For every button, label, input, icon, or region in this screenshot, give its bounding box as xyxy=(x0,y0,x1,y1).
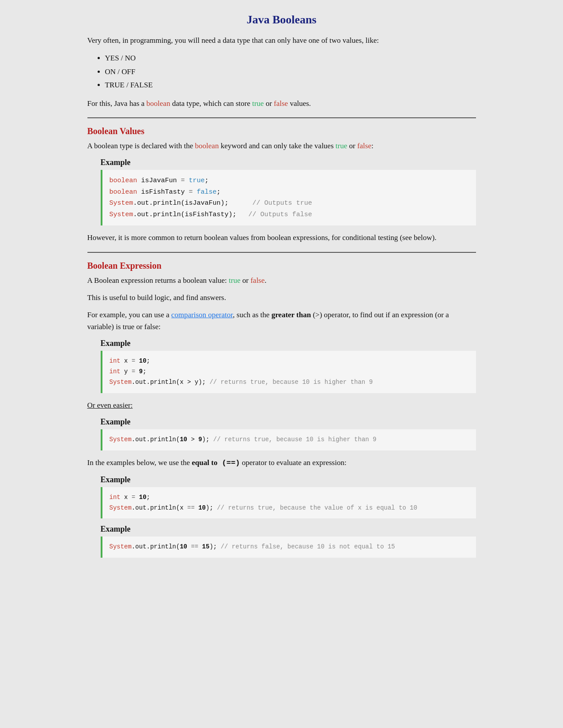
section-title-boolean-values: Boolean Values xyxy=(87,126,476,136)
equal-to-paragraph: In the examples below, we use the equal … xyxy=(87,457,476,469)
list-item: YES / NO xyxy=(105,52,476,65)
true-keyword-3: true xyxy=(229,276,240,285)
bool-expr-desc3: For example, you can use a comparison op… xyxy=(87,309,476,333)
or-easier-label: Or even easier: xyxy=(87,399,476,411)
equal-to-operator: (==) xyxy=(217,459,240,467)
true-keyword-inline: true xyxy=(252,99,264,108)
false-keyword-inline: false xyxy=(274,99,288,108)
intro-paragraph: Very often, in programming, you will nee… xyxy=(87,34,476,46)
false-keyword-3: false xyxy=(250,276,264,285)
divider-2 xyxy=(87,252,476,253)
code-block-5: System.out.println(10 == 15); // returns… xyxy=(101,537,476,558)
example-label-1: Example xyxy=(101,158,476,167)
example-label-5: Example xyxy=(101,525,476,534)
boolean-keyword-inline: boolean xyxy=(147,99,170,108)
code-block-3: System.out.println(10 > 9); // returns t… xyxy=(101,429,476,450)
code-block-2: int x = 10; int y = 9; System.out.printl… xyxy=(101,351,476,393)
example-label-4: Example xyxy=(101,475,476,484)
true-keyword-2: true xyxy=(336,142,347,150)
code-block-1: boolean isJavaFun = true; boolean isFish… xyxy=(101,170,476,225)
for-this-paragraph: For this, Java has a boolean data type, … xyxy=(87,98,476,109)
boolean-keyword-2: boolean xyxy=(195,142,219,150)
greater-than-bold: greater than xyxy=(272,311,311,319)
example-label-3: Example xyxy=(101,417,476,427)
boolean-values-after: However, it is more common to return boo… xyxy=(87,232,476,244)
equal-to-bold: equal to xyxy=(192,458,217,467)
list-item: TRUE / FALSE xyxy=(105,79,476,92)
divider-1 xyxy=(87,117,476,118)
comparison-operator-link[interactable]: comparison operator xyxy=(171,311,233,319)
boolean-values-description: A boolean type is declared with the bool… xyxy=(87,140,476,152)
code-block-4: int x = 10; System.out.println(x == 10);… xyxy=(101,487,476,519)
values-list: YES / NO ON / OFF TRUE / FALSE xyxy=(105,52,476,92)
example-label-2: Example xyxy=(101,339,476,348)
page-title: Java Booleans xyxy=(87,13,476,26)
list-item: ON / OFF xyxy=(105,65,476,79)
bool-expr-desc2: This is useful to build logic, and find … xyxy=(87,292,476,304)
bool-expr-desc1: A Boolean expression returns a boolean v… xyxy=(87,274,476,286)
section-title-boolean-expression: Boolean Expression xyxy=(87,261,476,271)
false-keyword-2: false xyxy=(357,142,371,150)
